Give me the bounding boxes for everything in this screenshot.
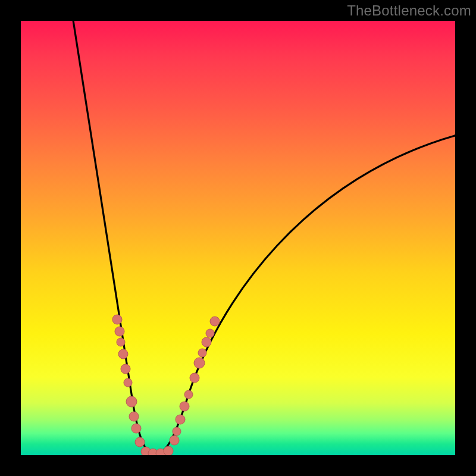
data-point — [170, 436, 179, 445]
data-point — [206, 329, 214, 337]
data-point — [194, 358, 205, 368]
data-point — [124, 378, 132, 387]
data-point — [126, 396, 137, 407]
data-point — [173, 427, 181, 436]
chart-frame: TheBottleneck.com — [0, 0, 476, 476]
curve-svg — [21, 21, 455, 455]
data-point — [115, 327, 124, 336]
data-point — [164, 446, 173, 455]
data-point — [129, 412, 139, 421]
data-point — [210, 317, 220, 326]
data-point — [190, 373, 199, 383]
watermark-label: TheBottleneck.com — [347, 2, 471, 19]
data-point — [184, 390, 193, 399]
data-point — [202, 337, 211, 347]
data-dots — [112, 315, 220, 455]
data-point — [121, 364, 130, 374]
data-point — [118, 349, 128, 359]
data-point — [176, 415, 185, 424]
bottleneck-curve — [71, 21, 455, 454]
data-point — [131, 424, 141, 433]
data-point — [198, 349, 206, 357]
data-point — [112, 315, 122, 324]
data-point — [135, 437, 145, 447]
data-point — [180, 402, 189, 411]
plot-area — [21, 21, 455, 455]
data-point — [117, 338, 125, 346]
